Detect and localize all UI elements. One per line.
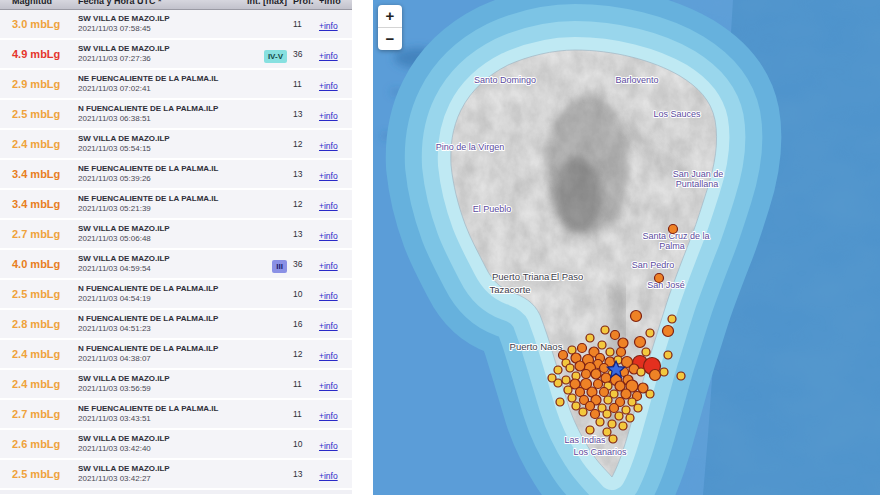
- map-label: Puerto Naos: [510, 341, 563, 352]
- quake-marker[interactable]: [655, 274, 664, 283]
- quake-marker[interactable]: [582, 370, 591, 379]
- info-link[interactable]: +info: [319, 171, 338, 181]
- event-datetime: 2021/11/03 07:58:45: [78, 24, 245, 34]
- quake-marker[interactable]: [596, 418, 604, 426]
- quake-marker[interactable]: [621, 389, 631, 399]
- info-link[interactable]: +info: [319, 231, 338, 241]
- epicenter-location: SW VILLA DE MAZO.ILP: [78, 464, 245, 474]
- info-link[interactable]: +info: [319, 201, 338, 211]
- quake-marker[interactable]: [600, 388, 609, 397]
- quake-marker[interactable]: [663, 326, 674, 337]
- quake-marker[interactable]: [603, 428, 611, 436]
- info-link[interactable]: +info: [319, 411, 338, 421]
- quake-marker[interactable]: [615, 412, 623, 420]
- info-link[interactable]: +info: [319, 51, 338, 61]
- info-link[interactable]: +info: [319, 81, 338, 91]
- quake-marker[interactable]: [604, 396, 612, 404]
- quake-marker[interactable]: [617, 348, 626, 357]
- quake-marker[interactable]: [586, 426, 594, 434]
- magnitude-value: 2.7 mbLg: [0, 408, 75, 420]
- header-intensity: Int. [máx]: [245, 0, 287, 6]
- map-label: El Pueblo: [473, 204, 512, 214]
- info-link[interactable]: +info: [319, 21, 338, 31]
- quake-marker[interactable]: [600, 364, 609, 373]
- epicenter-location: N FUENCALIENTE DE LA PALMA.ILP: [78, 344, 245, 354]
- quake-marker[interactable]: [608, 420, 616, 428]
- depth-value: 12: [287, 349, 315, 359]
- map-zoom-control: + −: [378, 5, 402, 50]
- epicenter-location: SW VILLA DE MAZO.ILP: [78, 134, 245, 144]
- quake-marker[interactable]: [622, 406, 630, 414]
- zoom-out-button[interactable]: −: [378, 27, 402, 50]
- quake-marker[interactable]: [650, 370, 661, 381]
- depth-value: 11: [287, 19, 315, 29]
- info-link[interactable]: +info: [319, 441, 338, 451]
- depth-value: 11: [287, 379, 315, 389]
- intensity-badge: IV-V: [264, 50, 287, 63]
- quake-marker[interactable]: [586, 334, 594, 342]
- zoom-in-button[interactable]: +: [378, 5, 402, 27]
- quake-marker[interactable]: [601, 326, 609, 334]
- quake-marker[interactable]: [594, 380, 603, 389]
- quake-marker[interactable]: [634, 404, 642, 412]
- magnitude-value: 3.4 mbLg: [0, 168, 75, 180]
- quake-marker[interactable]: [669, 225, 678, 234]
- quake-marker[interactable]: [677, 372, 685, 380]
- map-canvas[interactable]: Santo DomingoBarloventoLos SaucesPino de…: [373, 0, 880, 495]
- quake-marker[interactable]: [611, 331, 620, 340]
- quake-marker[interactable]: [566, 364, 574, 372]
- quake-marker[interactable]: [562, 376, 570, 384]
- depth-value: 13: [287, 469, 315, 479]
- quake-marker[interactable]: [548, 374, 556, 382]
- info-link[interactable]: +info: [319, 291, 338, 301]
- epicenter-location: SW VILLA DE MAZO.ILP: [78, 254, 245, 264]
- quake-marker[interactable]: [609, 435, 617, 443]
- quake-marker[interactable]: [642, 348, 650, 356]
- map-label: Pino de la Virgen: [436, 142, 504, 152]
- quake-row: 3.4 mbLg NE FUENCALIENTE DE LA PALMA.IL …: [0, 160, 352, 188]
- quake-marker[interactable]: [591, 410, 600, 419]
- quake-marker[interactable]: [646, 390, 654, 398]
- depth-value: 12: [287, 139, 315, 149]
- quake-marker[interactable]: [598, 341, 606, 349]
- epicenter-location: SW VILLA DE MAZO.ILP: [78, 14, 245, 24]
- quake-marker[interactable]: [626, 414, 634, 422]
- info-link[interactable]: +info: [319, 261, 338, 271]
- quake-row: 2.5 mbLg SW VILLA DE MAZO.ILP 2021/11/03…: [0, 460, 352, 488]
- quake-marker[interactable]: [610, 404, 619, 413]
- quake-marker[interactable]: [606, 348, 614, 356]
- depth-value: 11: [287, 409, 315, 419]
- info-link[interactable]: +info: [319, 111, 338, 121]
- quake-marker[interactable]: [618, 338, 628, 348]
- quake-marker[interactable]: [559, 351, 568, 360]
- header-info: +info: [315, 0, 352, 6]
- quake-marker[interactable]: [668, 315, 676, 323]
- quake-marker[interactable]: [568, 394, 576, 402]
- quake-marker[interactable]: [646, 329, 654, 337]
- quake-marker[interactable]: [660, 368, 668, 376]
- quake-marker[interactable]: [603, 410, 611, 418]
- epicenter-location: NE FUENCALIENTE DE LA PALMA.IL: [78, 194, 245, 204]
- map[interactable]: Santo DomingoBarloventoLos SaucesPino de…: [373, 0, 880, 495]
- quake-marker[interactable]: [635, 337, 646, 348]
- info-link[interactable]: +info: [319, 351, 338, 361]
- quake-marker[interactable]: [664, 351, 672, 359]
- info-link[interactable]: +info: [319, 381, 338, 391]
- map-label: San Pedro: [632, 260, 675, 270]
- quake-marker[interactable]: [572, 402, 580, 410]
- quake-marker[interactable]: [554, 366, 562, 374]
- quake-marker[interactable]: [619, 422, 627, 430]
- quake-marker[interactable]: [637, 368, 645, 376]
- info-link[interactable]: +info: [319, 141, 338, 151]
- quake-marker[interactable]: [556, 398, 564, 406]
- info-link[interactable]: +info: [319, 471, 338, 481]
- quake-marker[interactable]: [578, 344, 587, 353]
- quake-marker[interactable]: [591, 369, 601, 379]
- quake-marker[interactable]: [601, 373, 611, 383]
- quake-marker[interactable]: [575, 361, 585, 371]
- quake-marker[interactable]: [631, 311, 642, 322]
- quake-marker[interactable]: [564, 386, 572, 394]
- quake-marker[interactable]: [579, 408, 587, 416]
- info-link[interactable]: +info: [319, 321, 338, 331]
- quake-marker[interactable]: [586, 402, 595, 411]
